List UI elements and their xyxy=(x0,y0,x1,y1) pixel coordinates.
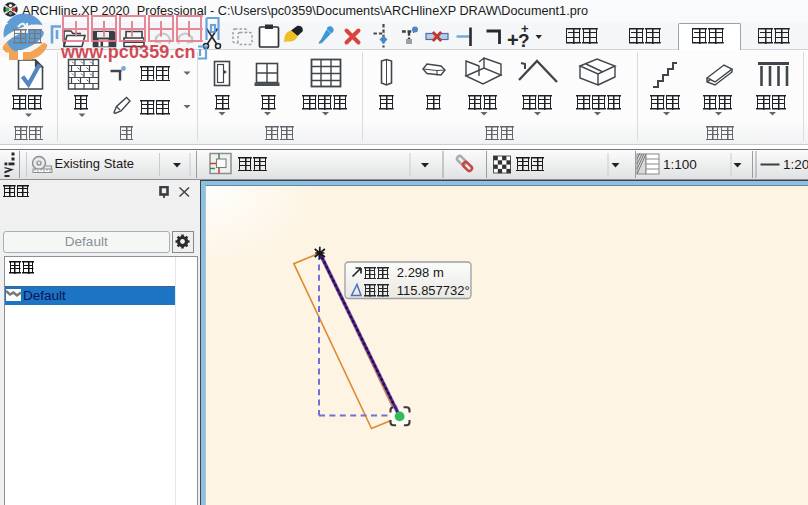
svg-text:+: + xyxy=(521,22,529,36)
svg-text:+: + xyxy=(507,29,519,50)
